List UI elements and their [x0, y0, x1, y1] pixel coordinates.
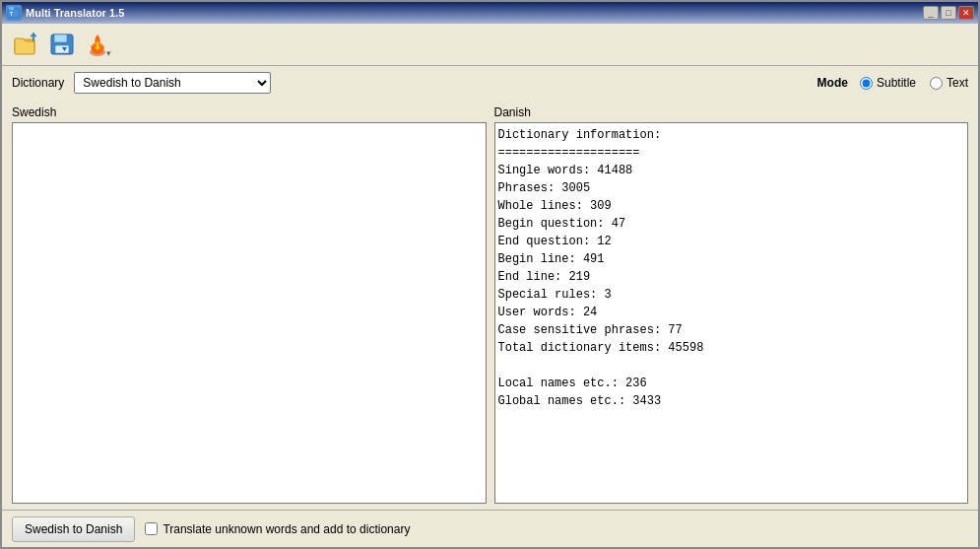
title-text: Multi Translator 1.5 — [26, 7, 124, 19]
save-icon — [48, 32, 76, 57]
maximize-button[interactable]: □ — [941, 6, 956, 20]
open-button[interactable] — [10, 28, 43, 61]
danish-label: Danish — [494, 105, 969, 119]
title-bar-buttons: _ □ ✕ — [923, 6, 974, 20]
danish-panel: Danish — [494, 105, 969, 504]
mode-section: Mode Subtitle Text — [817, 76, 968, 90]
app-icon: T — [6, 5, 22, 21]
close-button[interactable]: ✕ — [958, 6, 974, 20]
save-button[interactable] — [45, 28, 79, 61]
svg-rect-1 — [9, 7, 14, 10]
unknown-words-checkbox-label[interactable]: Translate unknown words and add to dicti… — [145, 522, 410, 536]
dictionary-select[interactable]: Swedish to DanishDanish to SwedishSwedis… — [74, 72, 271, 94]
mode-subtitle-option[interactable]: Subtitle — [860, 76, 916, 90]
svg-text:T: T — [10, 11, 13, 17]
title-bar: T Multi Translator 1.5 _ □ ✕ — [2, 2, 978, 24]
mode-radio-group: Subtitle Text — [860, 76, 968, 90]
dict-mode-row: Dictionary Swedish to DanishDanish to Sw… — [2, 66, 978, 100]
main-content: Swedish Danish — [2, 100, 978, 510]
mode-subtitle-radio[interactable] — [860, 77, 873, 90]
swedish-label: Swedish — [12, 105, 487, 119]
svg-marker-4 — [31, 33, 36, 36]
mode-label: Mode — [817, 76, 848, 90]
unknown-words-checkbox[interactable] — [145, 522, 158, 535]
mode-text-radio[interactable] — [930, 77, 943, 90]
mode-text-option[interactable]: Text — [930, 76, 968, 90]
bottom-bar: Swedish to Danish Translate unknown word… — [2, 510, 978, 547]
dictionary-label: Dictionary — [12, 76, 64, 90]
main-window: T Multi Translator 1.5 _ □ ✕ — [0, 0, 980, 549]
translate-action-button[interactable]: ▾ — [81, 28, 114, 61]
title-bar-left: T Multi Translator 1.5 — [6, 5, 124, 21]
unknown-words-label: Translate unknown words and add to dicti… — [163, 522, 410, 536]
dropdown-arrow: ▾ — [106, 48, 111, 58]
danish-output[interactable] — [494, 122, 969, 504]
toolbar: ▾ — [2, 24, 978, 66]
open-icon — [13, 32, 40, 57]
mode-text-label: Text — [947, 76, 968, 90]
svg-rect-8 — [55, 45, 69, 53]
swedish-input[interactable] — [12, 122, 487, 504]
swedish-panel: Swedish — [12, 105, 487, 504]
minimize-button[interactable]: _ — [923, 6, 939, 20]
svg-rect-7 — [54, 34, 67, 42]
translate-button[interactable]: Swedish to Danish — [12, 516, 135, 542]
mode-subtitle-label: Subtitle — [877, 76, 916, 90]
